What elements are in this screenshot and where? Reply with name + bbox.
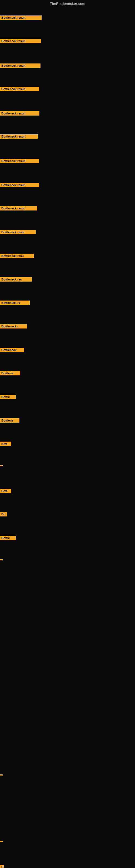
bottleneck-badge-9: Bottleneck result <box>0 206 37 211</box>
bottleneck-badge-18: Bottlene <box>0 418 19 423</box>
bottleneck-badge-13: Bottleneck re <box>0 301 30 305</box>
bottleneck-badge-24 <box>0 559 3 560</box>
bottleneck-badge-11: Bottleneck resu <box>0 254 34 258</box>
bottleneck-badge-10: Bottleneck resul <box>0 230 36 235</box>
bottleneck-badge-7: Bottleneck result <box>0 159 39 163</box>
bottleneck-badge-12: Bottleneck res <box>0 277 32 282</box>
bottleneck-badge-25 <box>0 774 3 775</box>
bottleneck-badge-5: Bottleneck result <box>0 111 39 116</box>
bottleneck-badge-8: Bottleneck result <box>0 183 39 187</box>
bottleneck-badge-23: Bottle <box>0 536 16 540</box>
bottleneck-badge-16: Bottlene <box>0 371 20 375</box>
bottleneck-badge-19: Bott <box>0 442 11 446</box>
bottleneck-badge-1: Bottleneck result <box>0 16 42 20</box>
bottleneck-badge-20 <box>0 465 3 466</box>
site-title: TheBottlenecker.com <box>0 0 135 7</box>
bottleneck-badge-22: Bo <box>0 512 7 517</box>
bottleneck-badge-21: Bott <box>0 489 11 493</box>
bottleneck-badge-27: B <box>0 865 4 868</box>
bottleneck-badge-15: Bottleneck <box>0 348 24 352</box>
bottleneck-badge-14: Bottleneck r <box>0 324 27 329</box>
bottleneck-badge-26 <box>0 841 3 842</box>
bottleneck-badge-6: Bottleneck result <box>0 134 38 138</box>
bottleneck-badge-2: Bottleneck result <box>0 39 41 43</box>
bottleneck-badge-17: Bottle <box>0 395 16 399</box>
bottleneck-badge-4: Bottleneck result <box>0 87 39 91</box>
bottleneck-badge-3: Bottleneck result <box>0 63 41 68</box>
